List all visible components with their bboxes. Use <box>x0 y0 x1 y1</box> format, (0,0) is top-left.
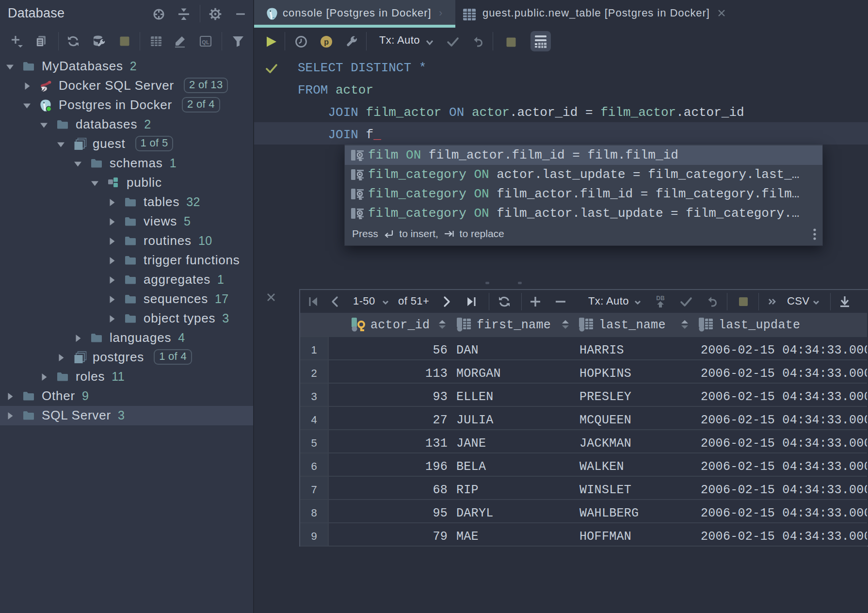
svg-text:DB: DB <box>656 295 665 302</box>
svg-text:QL: QL <box>202 39 209 45</box>
svg-text:p: p <box>324 38 329 47</box>
